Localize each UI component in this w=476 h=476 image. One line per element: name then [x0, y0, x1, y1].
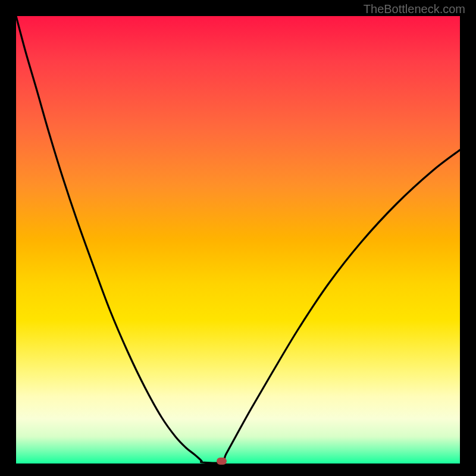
curve-svg — [16, 16, 460, 464]
optimal-point-marker — [217, 458, 227, 465]
watermark-text: TheBottleneck.com — [364, 2, 465, 16]
bottleneck-curve — [16, 16, 460, 463]
chart-plot-area — [16, 16, 460, 464]
chart-frame — [0, 0, 476, 476]
